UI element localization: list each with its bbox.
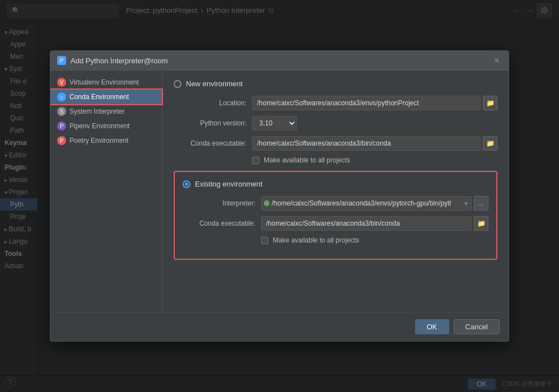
dialog-content: V Virtualenv Environment ○ Conda Environ… [50, 71, 509, 312]
virtualenv-label: Virtualenv Environment [69, 78, 139, 86]
location-input-group: 📁 [252, 96, 497, 110]
new-environment-section: New environment [174, 80, 497, 88]
interpreter-label: Interpreter: [183, 199, 255, 207]
virtualenv-icon: V [57, 78, 66, 87]
existing-env-radio[interactable] [183, 180, 190, 188]
existing-env-label: Existing environment [195, 180, 263, 188]
dialog-title-text: Add Python Interpreter@room [71, 57, 491, 65]
sidebar-item-conda[interactable]: ○ Conda Environment [50, 90, 162, 104]
conda-exec2-row: Conda executable: 📁 [183, 216, 488, 231]
python-version-select[interactable]: 3.10 3.9 3.8 [252, 116, 297, 130]
location-label: Location: [174, 99, 246, 107]
interpreter-row: Interpreter: /home/caixc/Softwares/anaco… [183, 196, 488, 211]
make-available-label: Make available to all projects [264, 156, 350, 164]
interpreter-dropdown-arrow: ▼ [463, 200, 469, 207]
main-area: Appea Appe Men Syst File e Scop Noti Qui… [0, 21, 559, 375]
existing-environment-section: Existing environment Interpreter: /home/… [174, 171, 497, 260]
interpreter-input-group: /home/caixc/Softwares/anaconda3/envs/pyt… [261, 196, 488, 211]
add-interpreter-dialog: P Add Python Interpreter@room × V Virtua… [50, 50, 509, 342]
poetry-label: Poetry Environment [69, 137, 128, 144]
sidebar-item-pipenv[interactable]: P Pipenv Environment [50, 119, 162, 133]
sidebar-item-poetry[interactable]: P Poetry Environment [50, 133, 162, 148]
conda-exec-browse-btn[interactable]: 📁 [483, 136, 497, 151]
conda-label: Conda Environment [69, 93, 129, 101]
dialog-left-panel: V Virtualenv Environment ○ Conda Environ… [50, 71, 162, 312]
conda-exec2-label: Conda executable: [183, 220, 255, 227]
make-available2-checkbox[interactable] [261, 237, 268, 244]
poetry-icon: P [57, 136, 66, 145]
make-available-checkbox[interactable] [252, 157, 259, 164]
interpreter-input-wrapper[interactable]: /home/caixc/Softwares/anaconda3/envs/pyt… [261, 196, 472, 211]
python-version-row: Python version: 3.10 3.9 3.8 [174, 116, 497, 130]
location-row: Location: 📁 [174, 96, 497, 110]
conda-exec2-browse-btn[interactable]: 📁 [474, 216, 488, 231]
location-browse-btn[interactable]: 📁 [483, 96, 497, 110]
location-input[interactable] [252, 96, 481, 110]
pipenv-icon: P [57, 122, 66, 130]
existing-env-title: Existing environment [183, 180, 488, 188]
interpreter-value: /home/caixc/Softwares/anaconda3/envs/pyt… [272, 199, 461, 207]
conda-exec-label: Conda executable: [174, 139, 246, 147]
conda-exec-input-group: 📁 [252, 136, 497, 151]
make-available2-label: Make available to all projects [273, 236, 359, 244]
system-label: System Interpreter [69, 108, 125, 115]
dialog-right-panel: New environment Location: 📁 [162, 71, 509, 312]
conda-icon: ○ [57, 92, 66, 101]
conda-exec-input[interactable] [252, 136, 481, 151]
dialog-title-bar: P Add Python Interpreter@room × [50, 51, 509, 71]
dialog-overlay: P Add Python Interpreter@room × V Virtua… [0, 21, 559, 375]
interpreter-status-dot [264, 200, 269, 206]
interpreter-browse-btn[interactable]: ... [474, 196, 488, 211]
make-available2-row: Make available to all projects [261, 236, 488, 244]
conda-exec2-input-group: 📁 [261, 216, 488, 231]
sidebar-item-system[interactable]: S System Interpreter [50, 104, 162, 119]
make-available-row: Make available to all projects [252, 156, 497, 164]
new-env-radio[interactable] [174, 80, 181, 88]
system-icon: S [57, 107, 66, 116]
conda-exec2-input[interactable] [261, 216, 472, 231]
sidebar-item-virtualenv[interactable]: V Virtualenv Environment [50, 75, 162, 90]
ide-background: 🔍 Project: pythonProject › Python Interp… [0, 0, 559, 392]
new-env-label: New environment [186, 80, 243, 88]
conda-exec-row: Conda executable: 📁 [174, 136, 497, 151]
python-version-label: Python version: [174, 119, 246, 127]
dialog-buttons: OK Cancel [50, 312, 509, 341]
dialog-title-icon: P [57, 56, 66, 65]
dialog-cancel-button[interactable]: Cancel [454, 319, 500, 334]
close-button[interactable]: × [491, 55, 502, 66]
dialog-ok-button[interactable]: OK [415, 319, 449, 334]
pipenv-label: Pipenv Environment [69, 122, 129, 130]
